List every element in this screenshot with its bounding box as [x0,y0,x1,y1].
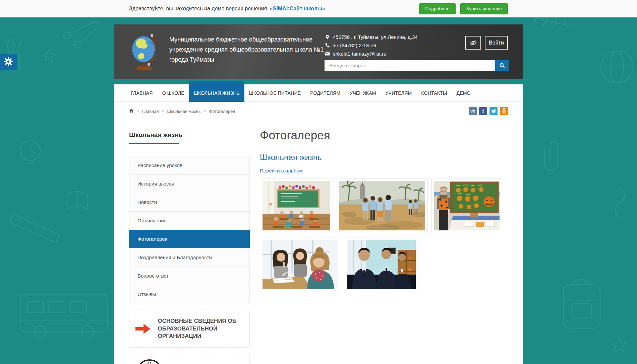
widget-basic-info-label: ОСНОВНЫЕ СВЕДЕНИЯ ОБ ОБРАЗОВАТЕЛЬНОЙ ОРГ… [158,317,244,340]
boys-in-suits-photo [347,240,416,289]
pumpkin-exhibit-photo [434,181,500,230]
location-pin-icon [325,34,330,40]
sidebar-item-lesson-schedule[interactable]: Расписание уроков [129,156,249,175]
photo-card-students-outdoors[interactable] [337,178,428,233]
photo-card-classroom[interactable] [260,178,333,233]
sidebar-item-announcements[interactable]: Объявления [129,212,249,230]
photo-grid [260,178,508,292]
breadcrumb-current: Фотогалерея [209,109,235,114]
demo-banner-text: Здравствуйте, вы находитесь на демо верс… [129,6,267,11]
site-header: Муниципальное бюджетное общеобразователь… [114,24,523,79]
address-text: 452756 , г. Туймазы, ул.Ленина, д.34 [333,34,418,40]
home-icon[interactable] [129,108,134,114]
buy-solution-button[interactable]: Купить решение [460,3,508,14]
photo-gallery-page: Фотогалерея Школьная жизнь Перейти в аль… [260,121,508,364]
twitter-icon[interactable] [489,107,498,115]
svg-text:12: 12 [148,362,151,364]
email-link[interactable]: shkola1-tuimazy@list.ru [333,51,386,57]
details-button[interactable]: Подробнее [419,3,456,14]
nav-item-demo[interactable]: ДЕМО [452,84,475,102]
eye-slash-icon [470,40,477,46]
gear-icon [4,57,13,66]
search-icon [499,63,505,68]
breadcrumb-home-link[interactable]: Главная [142,109,159,114]
sidebar-title-underline [129,143,250,144]
nav-item-parents[interactable]: РОДИТЕЛЯМ [305,84,345,102]
album-heading[interactable]: Школьная жизнь [260,153,508,162]
photo-card-pumpkin-exhibit[interactable] [431,178,502,233]
demo-banner: Здравствуйте, вы находитесь на демо верс… [0,0,637,17]
nav-item-school-meals[interactable]: ШКОЛЬНОЕ ПИТАНИЕ [244,84,305,102]
login-button[interactable]: Войти [485,36,508,50]
breadcrumb: > Главная > Школьная жизнь > Фотогалерея [129,108,235,114]
sidebar-item-question-answer[interactable]: Вопрос-ответ [129,267,249,285]
album-link[interactable]: Перейти в альбом [260,168,303,173]
sidebar-item-reviews[interactable]: Отзывы [129,285,249,304]
widget-timetable[interactable]: 1212 345 678 91011 РАСПИСАНИЕ [129,354,250,364]
nav-item-home[interactable]: ГЛАВНАЯ [126,84,158,102]
accessibility-eye-button[interactable] [465,36,481,50]
envelope-icon [325,52,330,56]
sidebar-title: Школьная жизнь [129,131,250,139]
sidebar: Школьная жизнь Расписание уроков История… [129,121,250,364]
social-share-buttons: vk f [469,107,508,115]
search-input[interactable] [325,60,495,71]
students-outdoors-photo [339,181,425,230]
nav-item-teachers[interactable]: УЧИТЕЛЯМ [381,84,417,102]
main-navigation: ГЛАВНАЯ О ШКОЛЕ ШКОЛЬНАЯ ЖИЗНЬ ШКОЛЬНОЕ … [114,84,523,102]
sidebar-item-school-history[interactable]: История школы [129,175,249,193]
photo-card-girls-studying[interactable] [260,237,340,292]
phone-icon [325,43,330,48]
photo-card-boys-in-suits[interactable] [344,237,418,292]
vk-icon[interactable]: vk [469,107,477,115]
school-name: Муниципальное бюджетное общеобразователь… [169,34,327,65]
facebook-icon[interactable]: f [479,107,487,115]
page-title: Фотогалерея [260,129,508,142]
nav-item-about-school[interactable]: О ШКОЛЕ [158,84,189,102]
nav-item-contacts[interactable]: КОНТАКТЫ [416,84,452,102]
sidebar-item-photo-gallery[interactable]: Фотогалерея [129,230,250,248]
settings-gear-button[interactable] [0,54,17,70]
sidebar-item-congratulations[interactable]: Поздравления и Благодарности [129,248,249,267]
school-logo-globe[interactable] [130,32,160,72]
breadcrumb-school-life-link[interactable]: Школьная жизнь [167,109,201,114]
odnoklassniki-icon[interactable] [500,107,508,115]
girls-studying-photo [263,240,338,289]
classroom-photo [263,181,330,230]
widget-basic-info[interactable]: ОСНОВНЫЕ СВЕДЕНИЯ ОБ ОБРАЗОВАТЕЛЬНОЙ ОРГ… [129,310,250,348]
phone-text: +7 (34782) 2-13-76 [333,43,376,48]
red-arrow-icon [135,318,151,340]
nav-item-school-life[interactable]: ШКОЛЬНАЯ ЖИЗНЬ [189,81,244,102]
search-button[interactable] [495,60,509,71]
clock-icon: 1212 345 678 91011 [135,359,164,364]
nav-item-students[interactable]: УЧЕНИКАМ [345,84,381,102]
search-bar [325,60,509,71]
demo-product-link[interactable]: «SIMAI:Сайт школы» [270,6,325,11]
header-contacts: 452756 , г. Туймазы, ул.Ленина, д.34 +7 … [325,33,418,58]
sidebar-item-news[interactable]: Новости [129,193,249,212]
sidebar-menu: Расписание уроков История школы Новости … [129,156,250,304]
